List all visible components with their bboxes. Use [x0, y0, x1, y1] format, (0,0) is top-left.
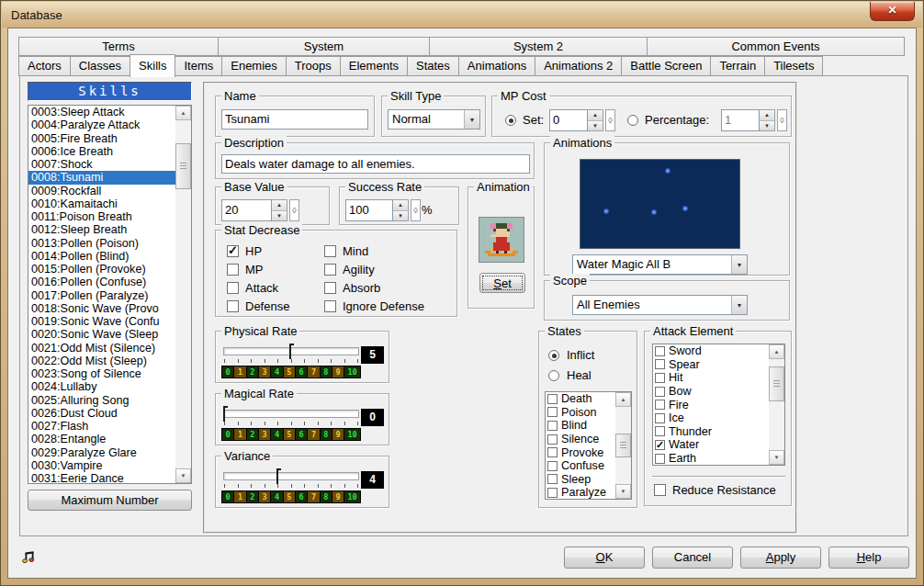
checkbox-fire[interactable]	[655, 400, 665, 410]
apply-button[interactable]: Apply	[740, 547, 821, 569]
mp-set-value[interactable]: 0	[549, 109, 588, 131]
mp-percentage-value[interactable]: 1	[721, 109, 760, 131]
skills-list-item[interactable]: 0027:Flash	[28, 420, 175, 433]
spin-diamond-icon[interactable]: ◊	[605, 109, 615, 131]
ok-button[interactable]: OK	[564, 547, 645, 569]
state-item[interactable]: Death	[546, 392, 615, 406]
inflict-radio[interactable]	[548, 350, 559, 361]
attack-element-scrollbar[interactable]: ▲ ▼	[769, 344, 784, 465]
tab-skills[interactable]: Skills	[130, 54, 175, 77]
element-item[interactable]: Bow	[653, 385, 769, 399]
skills-list-item[interactable]: 0006:Ice Breath	[28, 145, 175, 158]
tab-battle-screen[interactable]: Battle Screen	[621, 56, 711, 76]
skills-list-item[interactable]: 0004:Paralyze Attack	[28, 118, 175, 131]
states-listbox[interactable]: DeathPoisonBlindSilenceProvokeConfuseSle…	[545, 391, 632, 500]
skills-list-item[interactable]: 0007:Shock	[28, 158, 175, 171]
spin-diamond-icon[interactable]: ◊	[777, 109, 787, 131]
checkbox-agility[interactable]	[324, 264, 336, 276]
chevron-down-icon[interactable]: ▼	[464, 110, 479, 129]
scope-dropdown[interactable]: All Enemies ▼	[572, 295, 748, 315]
checkbox-sleep[interactable]	[547, 474, 558, 484]
scroll-down-icon[interactable]: ▼	[769, 450, 784, 465]
scroll-up-icon[interactable]: ▲	[615, 392, 631, 407]
skills-list-item[interactable]: 0008:Tsunami	[28, 171, 175, 184]
state-item[interactable]: Paralyze	[546, 486, 615, 500]
description-input[interactable]: Deals water damage to all enemies.	[221, 154, 530, 174]
skills-list-item[interactable]: 0020:Sonic Wave (Sleep	[28, 328, 175, 341]
element-item[interactable]: Spear	[653, 358, 769, 372]
tab-terrain[interactable]: Terrain	[710, 56, 765, 76]
chevron-down-icon[interactable]: ▼	[731, 296, 747, 314]
scrollbar-thumb[interactable]	[769, 366, 784, 401]
skills-list-item[interactable]: 0017:Pollen (Paralyze)	[28, 289, 175, 302]
scroll-down-icon[interactable]: ▼	[615, 484, 631, 499]
state-item[interactable]: Provoke	[546, 445, 615, 459]
skills-list-item[interactable]: 0021:Odd Mist (Silence)	[28, 342, 175, 355]
variance-slider-thumb[interactable]	[276, 468, 278, 484]
element-item[interactable]: Sword	[653, 344, 769, 358]
checkbox-earth[interactable]	[655, 454, 665, 464]
spin-updown-icon[interactable]: ▲▼	[272, 199, 287, 221]
states-scrollbar[interactable]: ▲ ▼	[615, 392, 631, 499]
skills-list-item[interactable]: 0030:Vampire	[28, 459, 175, 472]
tab-animations[interactable]: Animations	[458, 56, 535, 76]
mp-percentage-spinner[interactable]: 1 ▲▼ ◊	[721, 109, 787, 131]
success-rate-input[interactable]: 100	[345, 199, 393, 221]
element-item[interactable]: Ice	[653, 411, 769, 425]
skills-list-item[interactable]: 0025:Alluring Song	[28, 394, 175, 407]
checkbox-hit[interactable]	[655, 373, 665, 383]
checkbox-ice[interactable]	[655, 413, 665, 423]
cancel-button[interactable]: Cancel	[652, 547, 733, 569]
skills-list-item[interactable]: 0019:Sonic Wave (Confu	[28, 315, 175, 328]
checkbox-absorb[interactable]	[324, 282, 336, 294]
set-animation-button[interactable]: Set	[479, 273, 525, 293]
physical-rate-slider[interactable]	[223, 347, 359, 355]
scrollbar-thumb[interactable]	[175, 143, 191, 189]
scroll-down-icon[interactable]: ▼	[175, 468, 191, 483]
checkbox-bow[interactable]	[655, 387, 665, 397]
scroll-up-icon[interactable]: ▲	[175, 106, 191, 120]
reduce-resistance-checkbox[interactable]	[654, 484, 666, 496]
skills-list-item[interactable]: 0031:Eerie Dance	[28, 472, 175, 483]
checkbox-silence[interactable]	[547, 434, 558, 445]
checkbox-confuse[interactable]	[547, 461, 558, 471]
skills-list-item[interactable]: 0012:Sleep Breath	[28, 223, 175, 236]
state-item[interactable]: Confuse	[546, 459, 615, 473]
heal-radio[interactable]	[548, 370, 559, 381]
skills-list-item[interactable]: 0024:Lullaby	[28, 380, 175, 393]
skills-list-item[interactable]: 0015:Pollen (Provoke)	[28, 263, 175, 276]
animations-dropdown[interactable]: Water Magic All B ▼	[572, 254, 748, 275]
skills-scrollbar[interactable]: ▲ ▼	[175, 106, 191, 483]
checkbox-hp[interactable]	[227, 245, 239, 257]
checkbox-poison[interactable]	[547, 407, 558, 417]
tab-classes[interactable]: Classes	[70, 56, 130, 76]
element-item[interactable]: Hit	[653, 371, 769, 385]
maximum-number-button[interactable]: Maximum Number	[28, 490, 192, 511]
tab-common-events[interactable]: Common Events	[647, 37, 905, 56]
spin-updown-icon[interactable]: ▲▼	[393, 199, 409, 221]
tab-elements[interactable]: Elements	[340, 56, 408, 76]
magical-rate-slider[interactable]	[223, 410, 359, 418]
checkbox-thunder[interactable]	[655, 426, 665, 436]
skills-list-item[interactable]: 0009:Rockfall	[28, 185, 175, 197]
physical-rate-slider-thumb[interactable]	[289, 344, 291, 359]
spin-updown-icon[interactable]: ▲▼	[588, 109, 603, 131]
variance-slider[interactable]	[223, 472, 359, 480]
element-item[interactable]: Fire	[653, 398, 769, 411]
name-input[interactable]: Tsunami	[221, 109, 368, 130]
checkbox-defense[interactable]	[227, 300, 239, 312]
tab-system-2[interactable]: System 2	[429, 37, 648, 56]
skills-list-item[interactable]: 0011:Poison Breath	[28, 210, 175, 223]
checkbox-sword[interactable]	[655, 346, 665, 356]
checkbox-spear[interactable]	[655, 359, 665, 369]
tab-enemies[interactable]: Enemies	[221, 56, 287, 76]
skills-listbox[interactable]: 0003:Sleep Attack0004:Paralyze Attack000…	[28, 105, 192, 484]
skills-list-item[interactable]: 0010:Kamaitachi	[28, 197, 175, 210]
skills-list-item[interactable]: 0026:Dust Cloud	[28, 407, 175, 420]
base-value-spinner[interactable]: 20 ▲▼ ◊	[221, 199, 299, 221]
element-item[interactable]: Thunder	[653, 425, 769, 439]
state-item[interactable]: Sleep	[546, 473, 615, 487]
spin-diamond-icon[interactable]: ◊	[411, 199, 421, 221]
music-note-icon[interactable]	[21, 549, 38, 566]
tab-actors[interactable]: Actors	[18, 56, 71, 76]
